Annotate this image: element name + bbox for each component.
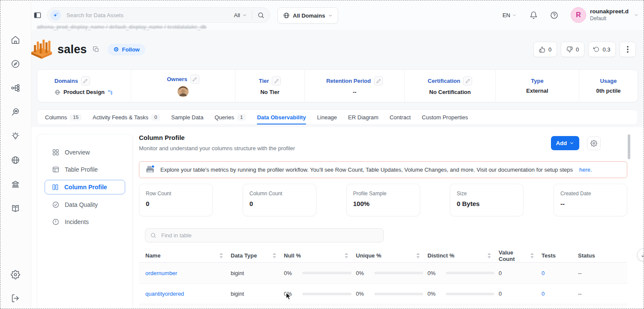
language-dropdown[interactable]: EN: [503, 12, 517, 18]
edit-tier-button[interactable]: [272, 76, 281, 85]
downvote-button[interactable]: 0: [561, 42, 584, 57]
header-value-count[interactable]: Value Count: [499, 249, 542, 262]
home-icon[interactable]: [11, 35, 20, 45]
all-domains-dropdown[interactable]: All Domains: [277, 7, 338, 24]
tests-link[interactable]: 0: [542, 270, 578, 276]
header-distinct-pct[interactable]: Distinct %: [427, 252, 499, 259]
observability-icon[interactable]: [11, 107, 20, 117]
edit-owners-button[interactable]: [190, 75, 199, 84]
chevron-down-icon[interactable]: [634, 12, 639, 18]
meta-certification: Certification No Certification: [405, 70, 496, 102]
breadcrumb[interactable]: athena_prod_display_name / default_displ…: [37, 24, 207, 30]
tab-sample-data[interactable]: Sample Data: [171, 110, 203, 124]
bell-icon[interactable]: [530, 11, 538, 19]
globe-icon: [54, 89, 60, 95]
edit-retention-button[interactable]: [374, 76, 383, 85]
banner-docs-link[interactable]: here.: [579, 167, 592, 173]
table-header-row: Name Data Type Null % Unique % Distinct …: [139, 249, 627, 263]
kebab-menu-button[interactable]: [620, 42, 636, 57]
entity-actions: 0 0 0.3: [533, 42, 636, 57]
entity-meta-bar: Domains Product Design Owners Tier: [37, 70, 638, 102]
insights-icon[interactable]: [11, 131, 20, 141]
sidebar-toggle-icon[interactable]: [33, 11, 42, 21]
tab-data-observability[interactable]: Data Observability: [257, 110, 306, 124]
domains-value[interactable]: Product Design: [63, 89, 105, 95]
tab-contract[interactable]: Contract: [390, 110, 411, 124]
sort-carets[interactable]: [273, 253, 276, 258]
domains-icon[interactable]: [11, 155, 20, 165]
header-status: Status: [578, 252, 627, 259]
all-domains-label: All Domains: [293, 12, 325, 19]
vertical-scrollbar-thumb[interactable]: [628, 134, 630, 159]
explore-icon[interactable]: [11, 59, 20, 69]
unique-pct-bar: [374, 293, 423, 295]
unique-pct-value: 0%: [356, 291, 364, 297]
find-in-table-input[interactable]: [160, 232, 379, 239]
version-history-icon: [593, 46, 599, 52]
user-menu[interactable]: rounakpreet.d Default: [590, 8, 629, 22]
subnav-column-profile[interactable]: Column Profile: [45, 180, 125, 194]
tab-custom-properties[interactable]: Custom Properties: [422, 110, 468, 124]
stat-created-date: Created Date --: [554, 184, 627, 216]
sort-carets[interactable]: [345, 253, 348, 258]
glossary-icon[interactable]: [11, 203, 20, 213]
chevron-down-icon: [242, 13, 247, 18]
tab-queries[interactable]: Queries 1: [214, 110, 246, 124]
expand-button[interactable]: [637, 248, 644, 261]
subnav-data-quality[interactable]: Data Quality: [37, 196, 132, 213]
subnav-overview[interactable]: Overview: [37, 144, 132, 161]
null-pct-value: 0%: [284, 291, 292, 297]
overview-grid-icon: [52, 148, 60, 156]
settings-icon[interactable]: [11, 270, 20, 279]
lineage-icon[interactable]: [11, 83, 20, 93]
entity-header: sales Follow: [30, 38, 145, 61]
global-search[interactable]: All: [47, 7, 270, 23]
tab-er-diagram[interactable]: ER Diagram: [348, 110, 379, 124]
profiler-settings-button[interactable]: [587, 136, 601, 150]
follow-dot-icon: [113, 46, 119, 52]
upvote-button[interactable]: 0: [533, 42, 557, 57]
owner-avatar[interactable]: [178, 86, 189, 97]
sort-carets[interactable]: [220, 253, 223, 258]
search-scope-dropdown[interactable]: All: [234, 12, 247, 18]
sparkle-icon[interactable]: [50, 10, 61, 21]
add-button[interactable]: Add: [551, 136, 579, 150]
page-title: sales: [57, 43, 87, 56]
logout-icon[interactable]: [11, 294, 20, 303]
edit-certification-button[interactable]: [463, 76, 472, 85]
help-icon[interactable]: [550, 11, 558, 19]
value-count-cell: 0: [499, 291, 542, 297]
data-type-cell: bigint: [231, 270, 284, 276]
follow-button[interactable]: Follow: [108, 44, 145, 55]
tab-columns[interactable]: Columns 15: [45, 110, 81, 124]
search-input[interactable]: [66, 12, 234, 19]
header-name[interactable]: Name: [145, 252, 231, 259]
copy-icon[interactable]: [93, 46, 99, 53]
column-name-link[interactable]: quantityordered: [145, 291, 231, 297]
type-value: External: [526, 88, 548, 94]
subnav-incidents[interactable]: Incidents: [37, 213, 132, 230]
sort-carets[interactable]: [530, 253, 534, 258]
header-unique-pct[interactable]: Unique %: [356, 252, 427, 259]
find-in-table[interactable]: [145, 228, 384, 242]
language-label: EN: [503, 12, 510, 18]
tab-activity-feeds[interactable]: Activity Feeds & Tasks 0: [93, 110, 160, 124]
tab-lineage[interactable]: Lineage: [317, 110, 337, 124]
subnav-table-profile[interactable]: Table Profile: [37, 161, 132, 178]
search-icon: [150, 232, 156, 239]
tests-link[interactable]: 0: [542, 291, 578, 297]
version-button[interactable]: 0.3: [588, 42, 616, 57]
sort-carets[interactable]: [416, 253, 420, 258]
check-circle-icon: [52, 201, 60, 209]
search-icon[interactable]: [257, 12, 265, 19]
divider: [252, 11, 252, 19]
header-null-pct[interactable]: Null %: [284, 252, 356, 259]
header-data-type[interactable]: Data Type: [231, 252, 284, 259]
govern-icon[interactable]: [11, 179, 20, 189]
edit-domains-button[interactable]: [81, 76, 90, 85]
null-pct-bar: [302, 293, 352, 295]
user-avatar[interactable]: R: [571, 7, 586, 23]
column-name-link[interactable]: ordernumber: [145, 270, 231, 276]
table-row: quantityordered bigint 0% 0% 0% 0 0 --: [139, 283, 627, 304]
sort-carets[interactable]: [488, 253, 491, 258]
